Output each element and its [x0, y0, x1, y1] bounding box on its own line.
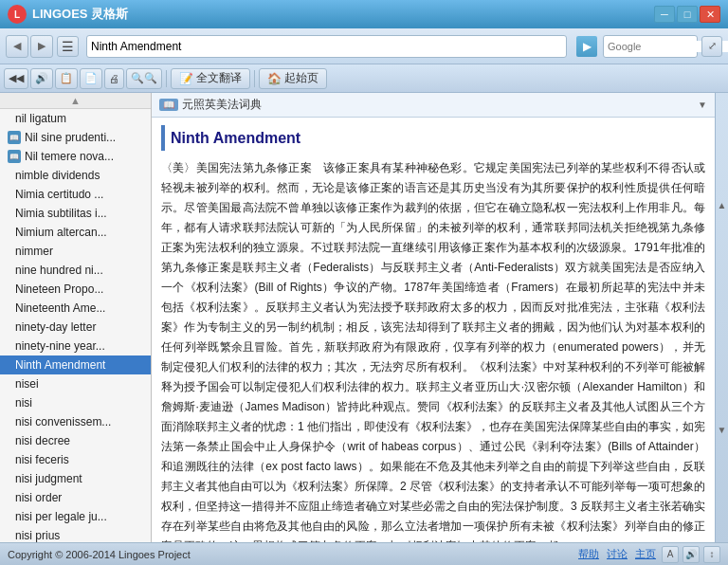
- sidebar-item-label-4: Nimia certitudo ...: [15, 188, 103, 201]
- translate-button[interactable]: 📝 全文翻译: [171, 68, 250, 89]
- nav-buttons: ◀ ▶: [6, 35, 53, 58]
- homepage-link[interactable]: 主页: [635, 547, 656, 561]
- sidebar-item-9[interactable]: Nineteen Propo...: [0, 280, 151, 299]
- status-bar: Copyright © 2006-2014 Lingoes Project 帮助…: [0, 542, 728, 565]
- sidebar-item-13[interactable]: Ninth Amendment: [0, 355, 151, 374]
- sidebar-item-label-3: nimble dividends: [15, 169, 100, 182]
- dict-badge: 📖: [159, 99, 178, 111]
- maximize-button[interactable]: □: [677, 6, 698, 23]
- font-size-icon[interactable]: A: [662, 546, 679, 563]
- logo-text: L: [14, 9, 20, 20]
- sidebar-item-label-6: Nimium altercan...: [15, 226, 107, 239]
- window-controls: ─ □ ✕: [654, 6, 720, 23]
- article-title: Ninth Amendment: [161, 125, 705, 151]
- titlebar: L LINGOES 灵格斯 ─ □ ✕: [0, 0, 728, 28]
- dict-dropdown-arrow[interactable]: ▼: [698, 100, 707, 110]
- sidebar-item-label-21: nisi per legale ju...: [15, 510, 107, 523]
- nav-left-button[interactable]: ◀◀: [4, 68, 28, 89]
- resize-icon[interactable]: ↕: [703, 546, 720, 563]
- toolbar-separator2: [254, 70, 255, 87]
- close-button[interactable]: ✕: [700, 6, 720, 23]
- sidebar-item-19[interactable]: nisi judgment: [0, 469, 151, 488]
- toolbar-separator: [166, 70, 167, 87]
- sidebar-item-11[interactable]: ninety-day letter: [0, 318, 151, 337]
- sidebar-item-14[interactable]: nisei: [0, 374, 151, 393]
- sidebar-item-8[interactable]: nine hundred ni...: [0, 261, 151, 280]
- sidebar-item-label-0: nil ligatum: [15, 112, 66, 125]
- sidebar-item-0[interactable]: nil ligatum: [0, 109, 151, 128]
- sidebar-item-label-1: Nil sine prudenti...: [25, 131, 116, 144]
- sidebar-item-label-8: nine hundred ni...: [15, 264, 103, 277]
- sidebar-item-icon-2: 📖: [8, 150, 21, 163]
- sidebar-item-20[interactable]: nisi order: [0, 488, 151, 507]
- sidebar-item-1[interactable]: 📖Nil sine prudenti...: [0, 128, 151, 147]
- sidebar-item-label-17: nisi decree: [15, 434, 70, 447]
- sidebar-item-label-18: nisi feceris: [15, 453, 69, 466]
- home-label: 起始页: [284, 70, 318, 86]
- document-button[interactable]: 📄: [80, 68, 102, 89]
- sidebar-item-16[interactable]: nisi convenissem...: [0, 412, 151, 431]
- dict-name: 元照英美法词典: [182, 97, 694, 113]
- home-icon: 🏠: [267, 72, 282, 85]
- sidebar-item-12[interactable]: ninety-nine year...: [0, 337, 151, 355]
- translate-label: 全文翻译: [196, 70, 242, 86]
- scroll-up-button[interactable]: ▲: [0, 93, 151, 109]
- sidebar-item-label-2: Nil temere nova...: [25, 150, 114, 163]
- main-area: ▲ nil ligatum📖Nil sine prudenti...📖Nil t…: [0, 93, 728, 542]
- sidebar-item-label-19: nisi judgment: [15, 472, 82, 485]
- sidebar-item-18[interactable]: nisi feceris: [0, 450, 151, 469]
- discussion-link[interactable]: 讨论: [607, 547, 628, 561]
- main-toolbar: ◀ ▶ ☰ ▶ 🔍 ⤢: [0, 28, 728, 64]
- list-icon: ☰: [57, 36, 79, 57]
- translate-icon: 📝: [179, 72, 193, 85]
- home-button[interactable]: 🏠 起始页: [259, 68, 327, 89]
- print-button[interactable]: 🖨: [104, 68, 124, 89]
- status-links: 帮助 讨论 主页: [578, 547, 656, 561]
- sidebar-item-6[interactable]: Nimium altercan...: [0, 223, 151, 242]
- sidebar-item-icon-1: 📖: [8, 131, 21, 144]
- word-list: ▲ nil ligatum📖Nil sine prudenti...📖Nil t…: [0, 93, 152, 542]
- speaker-button[interactable]: 🔊: [30, 68, 53, 89]
- sidebar-item-7[interactable]: nimmer: [0, 242, 151, 261]
- sidebar-item-label-16: nisi convenissem...: [15, 415, 111, 428]
- minimize-button[interactable]: ─: [654, 6, 675, 23]
- search-input[interactable]: [87, 40, 566, 53]
- sidebar-item-label-14: nisei: [15, 377, 39, 391]
- sound-icon[interactable]: 🔊: [682, 546, 700, 563]
- search-button[interactable]: ▶: [576, 36, 597, 57]
- content-area: 📖 元照英美法词典 ▼ Ninth Amendment 〈美〉美国宪法第九条修正…: [152, 93, 715, 542]
- sidebar-item-2[interactable]: 📖Nil temere nova...: [0, 147, 151, 166]
- dictionary-selector: 📖 元照英美法词典 ▼: [152, 93, 715, 118]
- help-link[interactable]: 帮助: [578, 547, 599, 561]
- sidebar-item-label-5: Nimia subtilitas i...: [15, 207, 107, 220]
- back-button[interactable]: ◀: [6, 35, 28, 58]
- sidebar-item-17[interactable]: nisi decree: [0, 431, 151, 450]
- scroll-up-right[interactable]: ▲: [716, 93, 728, 318]
- scroll-down-right[interactable]: ▼: [716, 318, 728, 542]
- app-logo: L: [8, 5, 27, 24]
- article-body: 〈美〉美国宪法第九条修正案 该修正案具有某种神秘色彩。它规定美国宪法已列举的某些…: [161, 158, 705, 542]
- search2-button[interactable]: 🔍🔍: [126, 68, 162, 89]
- sidebar-item-label-7: nimmer: [15, 245, 53, 258]
- sidebar-item-label-12: ninety-nine year...: [15, 339, 105, 353]
- expand-icon[interactable]: ⤢: [701, 36, 722, 57]
- sidebar-item-label-20: nisi order: [15, 491, 62, 504]
- sidebar-item-21[interactable]: nisi per legale ju...: [0, 507, 151, 526]
- sidebar-item-4[interactable]: Nimia certitudo ...: [0, 185, 151, 204]
- sidebar-item-15[interactable]: nisi: [0, 393, 151, 412]
- app-title: LINGOES 灵格斯: [32, 6, 654, 23]
- copyright-text: Copyright © 2006-2014 Lingoes Project: [8, 549, 573, 560]
- sidebar-item-22[interactable]: nisi prius: [0, 526, 151, 542]
- secondary-toolbar: ◀◀ 🔊 📋 📄 🖨 🔍🔍 📝 全文翻译 🏠 起始页: [0, 64, 728, 93]
- article-content: Ninth Amendment 〈美〉美国宪法第九条修正案 该修正案具有某种神秘…: [152, 118, 715, 542]
- sidebar-item-label-22: nisi prius: [15, 529, 60, 542]
- main-search-box: [86, 35, 567, 58]
- copy-button[interactable]: 📋: [55, 68, 78, 89]
- sidebar-item-label-10: Nineteenth Ame...: [15, 301, 105, 315]
- sidebar-item-5[interactable]: Nimia subtilitas i...: [0, 204, 151, 223]
- forward-button[interactable]: ▶: [30, 35, 53, 58]
- sidebar-item-3[interactable]: nimble dividends: [0, 166, 151, 185]
- sidebar-item-label-11: ninety-day letter: [15, 320, 96, 334]
- sidebar-item-10[interactable]: Nineteenth Ame...: [0, 299, 151, 318]
- google-search-box: 🔍: [603, 35, 698, 58]
